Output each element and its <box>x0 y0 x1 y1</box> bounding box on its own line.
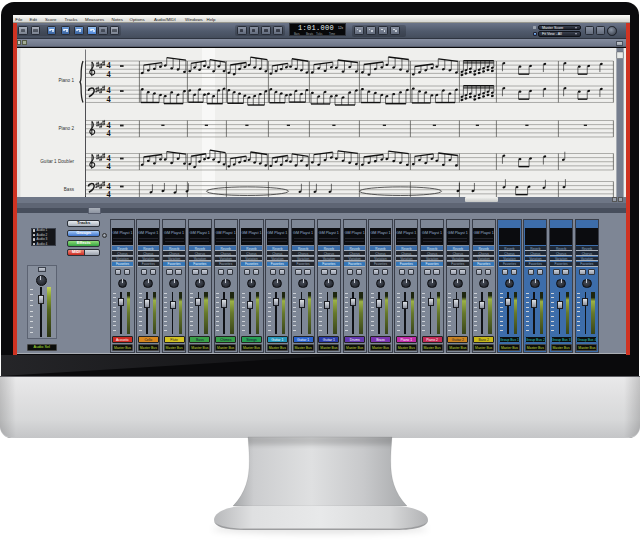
svg-text:Bass: Bass <box>63 187 74 192</box>
svg-text:Piano 1: Piano 1 <box>58 78 74 83</box>
svg-text:Piano 2: Piano 2 <box>58 126 74 131</box>
svg-text:Guitar 1 Doubler: Guitar 1 Doubler <box>40 159 74 164</box>
